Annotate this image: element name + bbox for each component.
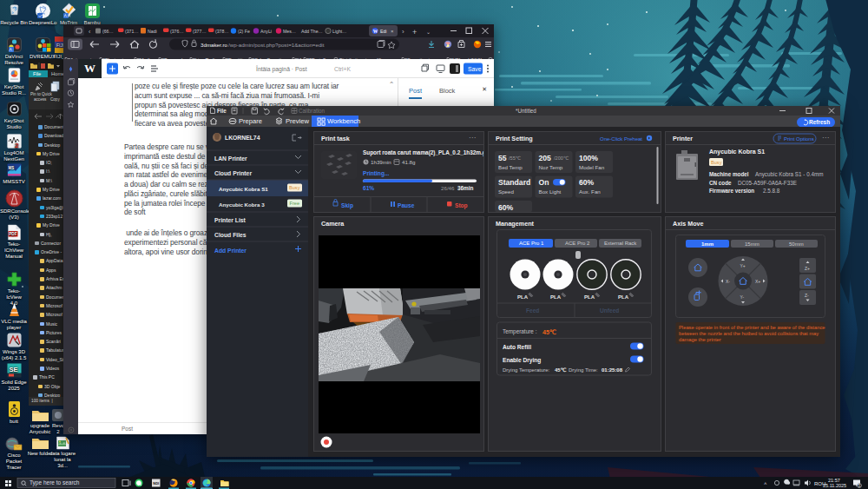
svg-text:access: access bbox=[34, 97, 47, 102]
svg-text:⌄: ⌄ bbox=[426, 30, 431, 35]
svg-text:Speed: Speed bbox=[498, 188, 514, 195]
svg-text:1h39min: 1h39min bbox=[371, 159, 391, 165]
svg-text:Machine model: Machine model bbox=[709, 171, 749, 177]
svg-text:Prepare: Prepare bbox=[239, 117, 262, 125]
svg-text:Drying Time:: Drying Time: bbox=[569, 367, 598, 373]
svg-text:›: › bbox=[402, 28, 404, 36]
svg-text:Ctrl+K: Ctrl+K bbox=[334, 66, 352, 72]
svg-text:Aux. Fan: Aux. Fan bbox=[579, 188, 601, 195]
svg-text:LKORNEL74: LKORNEL74 bbox=[225, 135, 260, 141]
svg-text:External Rack: External Rack bbox=[604, 241, 637, 246]
svg-text:Nadi: Nadi bbox=[148, 29, 157, 34]
svg-text:(377…: (377… bbox=[193, 29, 207, 34]
svg-text:61%: 61% bbox=[363, 185, 374, 191]
svg-text:Anycubic Kobra 3: Anycubic Kobra 3 bbox=[219, 202, 265, 208]
svg-text:Workbench: Workbench bbox=[327, 117, 360, 125]
svg-text:ACE Pro 2: ACE Pro 2 bbox=[565, 241, 590, 246]
svg-text:Please operate in front of the: Please operate in front of the printer a… bbox=[679, 325, 825, 330]
svg-text:2.5.8.8: 2.5.8.8 bbox=[763, 188, 780, 194]
svg-text:205: 205 bbox=[539, 154, 552, 162]
svg-text:Anycubic Kobra S1: Anycubic Kobra S1 bbox=[219, 186, 268, 192]
svg-text:60%: 60% bbox=[498, 203, 514, 212]
svg-text:(2) Fe: (2) Fe bbox=[238, 29, 250, 34]
svg-text:X+: X+ bbox=[755, 279, 760, 284]
svg-text:Anycubic Kobra S1 - 0.4mm: Anycubic Kobra S1 - 0.4mm bbox=[755, 171, 823, 178]
svg-text:Print Setting: Print Setting bbox=[496, 135, 533, 142]
svg-text:NDI: NDI bbox=[153, 481, 159, 486]
svg-text:‹: ‹ bbox=[89, 29, 91, 35]
svg-text:⋯: ⋯ bbox=[822, 134, 829, 142]
svg-text:60%: 60% bbox=[579, 178, 595, 187]
svg-text:File: File bbox=[217, 108, 227, 114]
svg-text:×: × bbox=[391, 29, 394, 34]
svg-text:(378…: (378… bbox=[215, 29, 229, 34]
svg-text:damage the printer: damage the printer bbox=[679, 337, 721, 342]
svg-text:Stop: Stop bbox=[455, 202, 468, 209]
svg-text:Pause: Pause bbox=[398, 202, 415, 208]
svg-text:Light…: Light… bbox=[332, 29, 346, 34]
svg-text:ACE Pro 1: ACE Pro 1 bbox=[519, 241, 544, 246]
svg-text:/wp-admin/post.php?post=1&acti: /wp-admin/post.php?post=1&action=edit bbox=[228, 42, 325, 48]
svg-text:Noz Temp: Noz Temp bbox=[539, 164, 563, 170]
svg-text:Y-: Y- bbox=[740, 294, 745, 300]
svg-text:(376…: (376… bbox=[170, 29, 184, 34]
svg-text:Printing...: Printing... bbox=[363, 170, 390, 177]
svg-text:Home: Home bbox=[51, 71, 63, 76]
svg-text:50mm: 50mm bbox=[789, 241, 804, 247]
svg-text:Add The…: Add The… bbox=[301, 29, 323, 34]
svg-text:(66…: (66… bbox=[102, 29, 114, 34]
svg-text:Calibration: Calibration bbox=[299, 108, 326, 114]
svg-text:(371…: (371… bbox=[125, 29, 139, 34]
svg-text:On: On bbox=[539, 178, 549, 187]
svg-text:PLA: PLA bbox=[517, 294, 529, 300]
svg-text:Temperature :: Temperature : bbox=[503, 328, 537, 335]
svg-text:PLA: PLA bbox=[584, 294, 595, 300]
svg-text:26/46: 26/46 bbox=[441, 185, 455, 191]
svg-text:PDF: PDF bbox=[9, 232, 16, 236]
svg-text:1mm: 1mm bbox=[701, 241, 713, 247]
svg-text:between the nozzle and the hot: between the nozzle and the hotbed to avo… bbox=[679, 331, 819, 336]
svg-text:DC05-A59F-0A6A-F33E: DC05-A59F-0A6A-F33E bbox=[738, 180, 797, 186]
svg-text:25.11.2025: 25.11.2025 bbox=[823, 483, 846, 488]
svg-text:Firmware version: Firmware version bbox=[709, 188, 754, 194]
svg-text:Auto Refill: Auto Refill bbox=[503, 344, 531, 350]
svg-text:Drying Temperature:: Drying Temperature: bbox=[503, 367, 550, 373]
svg-text:PLA: PLA bbox=[550, 294, 562, 300]
svg-text:Print task: Print task bbox=[321, 135, 350, 142]
svg-text:MS: MS bbox=[8, 166, 14, 170]
svg-text:Save: Save bbox=[468, 66, 482, 72]
svg-text:One-Click Preheat: One-Click Preheat bbox=[600, 136, 642, 142]
svg-text:Skip: Skip bbox=[341, 202, 353, 209]
svg-text:Print Options: Print Options bbox=[784, 136, 814, 142]
svg-text:Unfeed: Unfeed bbox=[600, 307, 619, 314]
svg-text:Bed Temp: Bed Temp bbox=[498, 164, 523, 170]
svg-text:15mm: 15mm bbox=[745, 241, 760, 247]
svg-text:File: File bbox=[33, 71, 41, 76]
svg-text:*Untitled: *Untitled bbox=[516, 108, 536, 114]
svg-text:Free: Free bbox=[290, 201, 300, 206]
svg-text:Standard: Standard bbox=[498, 178, 530, 187]
svg-text:X-: X- bbox=[726, 279, 730, 284]
svg-text:2: 2 bbox=[15, 142, 19, 149]
svg-text:⋯: ⋯ bbox=[469, 134, 476, 142]
svg-text:Cloud Files: Cloud Files bbox=[214, 232, 247, 238]
svg-text:Preview: Preview bbox=[286, 117, 310, 125]
svg-text:Type here to search: Type here to search bbox=[30, 479, 80, 486]
svg-text:Z-: Z- bbox=[805, 293, 809, 298]
svg-text:SE: SE bbox=[9, 366, 17, 373]
svg-text:PLA: PLA bbox=[618, 294, 629, 300]
svg-text:36min: 36min bbox=[457, 185, 474, 191]
svg-text:01:25:08: 01:25:08 bbox=[602, 367, 623, 373]
svg-text:Enable Drying: Enable Drying bbox=[503, 357, 541, 364]
svg-text:+: + bbox=[412, 28, 417, 36]
svg-text:˄: ˄ bbox=[764, 481, 767, 486]
svg-text:41.8g: 41.8g bbox=[402, 159, 416, 165]
svg-text:45℃: 45℃ bbox=[555, 367, 567, 373]
svg-text:Z+: Z+ bbox=[805, 266, 810, 271]
svg-text:Cloud Printer: Cloud Printer bbox=[214, 170, 252, 176]
svg-text:Printer: Printer bbox=[673, 135, 693, 142]
svg-text:Busy: Busy bbox=[289, 185, 300, 190]
svg-text:W: W bbox=[373, 29, 378, 34]
svg-text:Suport roata carut mama(2)_PLA: Suport roata carut mama(2)_PLA_0.2_1h32m… bbox=[363, 149, 483, 156]
svg-text:Pin to Quick: Pin to Quick bbox=[30, 92, 52, 96]
